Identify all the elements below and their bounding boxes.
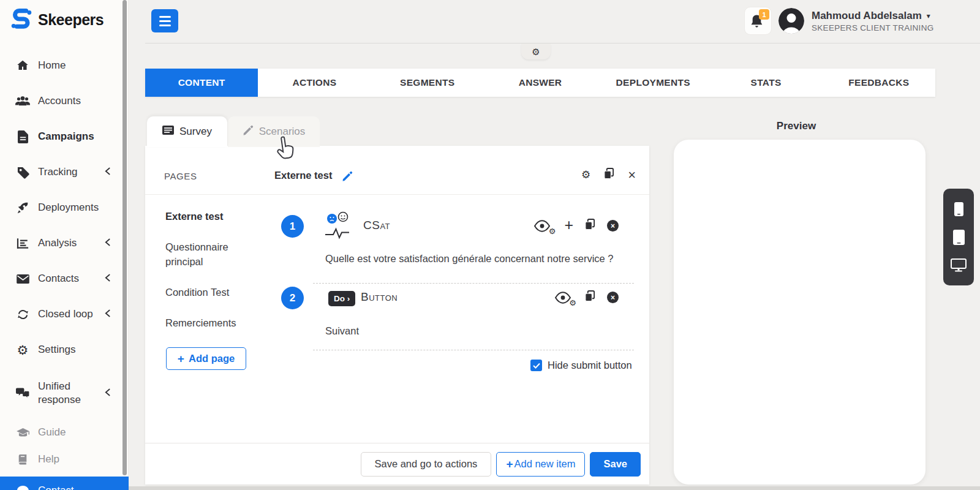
item-type-label: CSat [363,219,390,232]
chevron-left-icon [105,273,110,285]
sidebar-item-campaigns[interactable]: Campaigns [0,119,123,154]
survey-list-icon [162,126,174,138]
editor-header: PAGES Externe test ⚙ × [145,146,649,195]
chevron-left-icon [105,308,110,320]
tab-segments[interactable]: SEGMENTS [371,69,484,97]
item-number-badge: 2 [281,287,304,309]
notifications-button[interactable]: 1 [744,7,772,35]
preview-panel [674,140,925,484]
preview-settings-icon[interactable]: ⚙ [555,291,573,304]
page-settings-icon[interactable]: ⚙ [581,170,590,180]
pages-label: PAGES [164,171,197,181]
campaign-tabbar: CONTENT ACTIONS SEGMENTS ANSWER DEPLOYME… [145,69,935,97]
item-actions: ⚙ × [555,290,619,304]
home-icon [15,59,31,72]
tablet-preview-icon[interactable] [953,230,965,245]
tab-actions[interactable]: ACTIONS [258,69,371,97]
editor-footer: Save and go to actions + Add new item Sa… [145,443,649,484]
tab-deployments[interactable]: DEPLOYMENTS [597,69,709,97]
item-number-badge: 1 [281,215,304,238]
duplicate-page-icon[interactable] [604,168,614,182]
add-below-icon[interactable]: + [564,217,573,233]
plus-icon: + [178,353,184,364]
graduation-cap-icon [15,428,31,438]
sidebar-item-unified-response[interactable]: Unified response [0,368,123,419]
hide-submit-label: Hide submit button [548,360,632,371]
sidebar-item-guide[interactable]: Guide [0,419,123,446]
sidebar-item-settings[interactable]: ⚙ Settings [0,332,123,368]
chat-bubbles-icon [15,387,31,399]
item-button-text: Suivant [325,325,359,337]
checkbox-checked[interactable] [530,360,542,371]
page-actions: ⚙ × [581,168,636,182]
close-icon[interactable]: × [628,168,636,182]
sidebar-item-contacts[interactable]: Contacts [0,261,123,296]
preview-title: Preview [760,120,833,132]
tab-survey[interactable]: Survey [147,116,227,147]
hide-submit-checkbox-row[interactable]: Hide submit button [530,360,632,371]
gear-icon: ⚙ [569,299,576,307]
user-menu[interactable]: Mahmoud Abdelsalam ▾ [812,10,930,22]
gear-icon: ⚙ [532,47,540,56]
plus-icon: + [506,458,513,470]
users-icon [15,96,31,107]
add-new-item-button[interactable]: + Add new item [496,452,585,477]
account-name: SKEEPERS CLIENT TRAINING [812,23,934,32]
tag-icon [15,166,31,179]
save-button[interactable]: Save [590,452,641,477]
caret-down-icon: ▾ [927,12,930,20]
hand-cursor [273,135,298,164]
delete-item-icon[interactable]: × [607,292,619,303]
tab-content[interactable]: CONTENT [145,69,258,97]
menu-toggle-button[interactable] [151,9,178,32]
delete-item-icon[interactable]: × [607,220,619,232]
add-page-button[interactable]: + Add page [166,347,246,370]
duplicate-item-icon[interactable] [585,219,595,233]
avatar[interactable] [778,8,804,34]
sidebar-item-contact[interactable]: Contact [0,477,129,490]
page-list-item[interactable]: Questionnaire principal [165,240,244,270]
preview-settings-icon[interactable]: ⚙ [534,219,552,233]
chevron-left-icon [105,387,110,399]
edit-page-title-icon[interactable] [342,171,353,184]
settings-pull-tab[interactable]: ⚙ [521,43,551,59]
tab-feedbacks[interactable]: FEEDBACKS [823,69,935,97]
do-action-badge[interactable]: Do › [328,291,355,306]
sidebar-item-help[interactable]: Help [0,446,123,473]
page-list-item[interactable]: Remerciements [165,316,236,331]
sync-icon [15,308,31,321]
sidebar-scrollbar[interactable] [123,0,127,475]
duplicate-item-icon[interactable] [585,290,595,304]
book-icon [15,454,31,466]
sidebar-item-analysis[interactable]: Analysis [0,225,123,261]
pencil-icon [243,125,254,139]
page-list-item[interactable]: Condition Test [165,285,229,300]
save-and-go-to-actions-button[interactable]: Save and go to actions [361,452,492,477]
item-question-text: Quelle est votre satisfaction générale c… [325,253,614,265]
document-icon [15,130,31,143]
sidebar-nav: Home Accounts Campaigns Tracki [0,48,123,490]
tab-answer[interactable]: ANSWER [484,69,597,97]
current-page-title: Externe test [274,170,332,181]
mobile-preview-icon[interactable] [954,202,963,216]
brand-logo: Skeepers [10,7,104,32]
gear-icon: ⚙ [15,344,31,356]
brand-name: Skeepers [38,11,104,29]
desktop-preview-icon[interactable] [951,258,967,272]
sidebar-item-tracking[interactable]: Tracking [0,154,123,190]
sidebar-item-closed-loop[interactable]: Closed loop [0,296,123,332]
tab-stats[interactable]: STATS [709,69,822,97]
sidebar: Skeepers Home Accounts Campa [0,0,129,490]
skeepers-logo-icon [10,7,33,32]
rocket-icon [15,201,31,214]
chat-bubble-icon [15,485,31,490]
sidebar-item-home[interactable]: Home [0,48,123,83]
chart-icon [15,238,31,249]
sidebar-item-accounts[interactable]: Accounts [0,83,123,119]
item-type-label: Button [361,290,398,304]
sidebar-item-deployments[interactable]: Deployments [0,190,123,225]
item-divider [313,283,634,284]
item-divider [313,350,634,350]
csat-icon [324,211,358,242]
page-list-item[interactable]: Externe test [165,209,223,224]
